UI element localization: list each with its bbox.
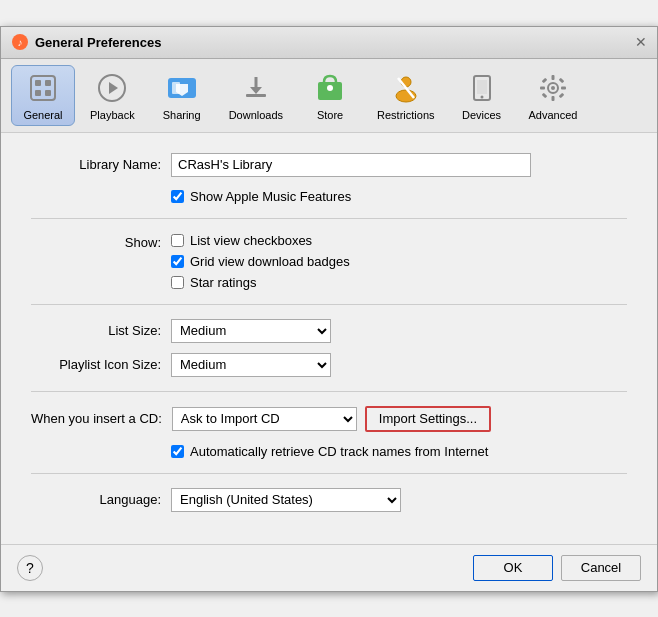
svg-marker-14 <box>250 87 262 94</box>
footer: ? OK Cancel <box>1 544 657 591</box>
svg-rect-2 <box>31 76 55 100</box>
tab-playback[interactable]: Playback <box>79 65 146 126</box>
star-ratings-label: Star ratings <box>190 275 256 290</box>
list-size-label: List Size: <box>31 323 161 338</box>
import-settings-button[interactable]: Import Settings... <box>365 406 491 432</box>
apple-music-row: Show Apple Music Features <box>171 189 627 204</box>
svg-point-24 <box>551 86 555 90</box>
grid-view-label: Grid view download badges <box>190 254 350 269</box>
close-button[interactable]: ✕ <box>635 35 647 49</box>
downloads-icon <box>238 70 274 106</box>
divider-4 <box>31 473 627 474</box>
svg-rect-26 <box>552 96 555 101</box>
tab-sharing[interactable]: Sharing <box>150 65 214 126</box>
footer-left: ? <box>17 555 43 581</box>
tab-devices-label: Devices <box>462 109 501 121</box>
svg-rect-3 <box>35 80 41 86</box>
divider-1 <box>31 218 627 219</box>
apple-music-checkbox[interactable] <box>171 190 184 203</box>
tab-playback-label: Playback <box>90 109 135 121</box>
language-row: Language: English (United States) Englis… <box>31 488 627 512</box>
language-label: Language: <box>31 492 161 507</box>
footer-right: OK Cancel <box>473 555 641 581</box>
devices-icon <box>464 70 500 106</box>
sharing-icon <box>164 70 200 106</box>
advanced-icon <box>535 70 571 106</box>
grid-view-checkbox[interactable] <box>171 255 184 268</box>
svg-rect-4 <box>45 80 51 86</box>
svg-rect-6 <box>45 90 51 96</box>
show-label: Show: <box>31 233 161 250</box>
auto-retrieve-checkbox[interactable] <box>171 445 184 458</box>
svg-text:♪: ♪ <box>18 37 23 48</box>
svg-marker-8 <box>109 82 118 94</box>
content-area: Library Name: Show Apple Music Features … <box>1 133 657 544</box>
library-name-label: Library Name: <box>31 157 161 172</box>
svg-rect-28 <box>561 86 566 89</box>
tab-sharing-label: Sharing <box>163 109 201 121</box>
svg-rect-25 <box>552 75 555 80</box>
cd-insert-row: When you insert a CD: Ask to Import CD I… <box>31 406 627 432</box>
list-view-checkbox[interactable] <box>171 234 184 247</box>
list-size-select[interactable]: Small Medium Large <box>171 319 331 343</box>
show-section: Show: List view checkboxes Grid view dow… <box>31 233 627 290</box>
auto-retrieve-label: Automatically retrieve CD track names fr… <box>190 444 488 459</box>
general-icon <box>25 70 61 106</box>
svg-rect-5 <box>35 90 41 96</box>
svg-point-16 <box>327 85 333 91</box>
title-bar: ♪ General Preferences ✕ <box>1 27 657 59</box>
star-ratings-row: Star ratings <box>171 275 350 290</box>
help-button[interactable]: ? <box>17 555 43 581</box>
playlist-icon-size-row: Playlist Icon Size: Small Medium Large <box>31 353 627 377</box>
svg-rect-12 <box>246 94 266 97</box>
toolbar: General Playback Sharing <box>1 59 657 133</box>
playlist-icon-size-select[interactable]: Small Medium Large <box>171 353 331 377</box>
grid-view-row: Grid view download badges <box>171 254 350 269</box>
cd-label: When you insert a CD: <box>31 411 162 426</box>
window-title: General Preferences <box>35 35 161 50</box>
list-size-row: List Size: Small Medium Large <box>31 319 627 343</box>
tab-devices[interactable]: Devices <box>450 65 514 126</box>
svg-rect-29 <box>542 77 548 83</box>
library-name-row: Library Name: <box>31 153 627 177</box>
ok-button[interactable]: OK <box>473 555 553 581</box>
divider-2 <box>31 304 627 305</box>
svg-rect-27 <box>540 86 545 89</box>
svg-rect-11 <box>172 82 180 94</box>
language-select[interactable]: English (United States) English (UK) Esp… <box>171 488 401 512</box>
svg-rect-32 <box>559 92 565 98</box>
tab-general-label: General <box>23 109 62 121</box>
tab-advanced-label: Advanced <box>529 109 578 121</box>
divider-3 <box>31 391 627 392</box>
tab-restrictions[interactable]: Restrictions <box>366 65 445 126</box>
tab-store[interactable]: Store <box>298 65 362 126</box>
apple-music-label: Show Apple Music Features <box>190 189 351 204</box>
list-view-row: List view checkboxes <box>171 233 350 248</box>
svg-rect-31 <box>542 92 548 98</box>
tab-advanced[interactable]: Advanced <box>518 65 589 126</box>
show-options: List view checkboxes Grid view download … <box>171 233 350 290</box>
preferences-window: ♪ General Preferences ✕ General <box>0 26 658 592</box>
tab-store-label: Store <box>317 109 343 121</box>
library-name-input[interactable] <box>171 153 531 177</box>
tab-restrictions-label: Restrictions <box>377 109 434 121</box>
tab-downloads-label: Downloads <box>229 109 283 121</box>
restrictions-icon <box>388 70 424 106</box>
playback-icon <box>94 70 130 106</box>
cancel-button[interactable]: Cancel <box>561 555 641 581</box>
store-icon <box>312 70 348 106</box>
app-icon: ♪ <box>11 33 29 51</box>
cd-select[interactable]: Ask to Import CD Import CD Import CD and… <box>172 407 357 431</box>
tab-downloads[interactable]: Downloads <box>218 65 294 126</box>
auto-retrieve-row: Automatically retrieve CD track names fr… <box>171 444 627 459</box>
list-view-label: List view checkboxes <box>190 233 312 248</box>
svg-rect-21 <box>477 80 487 94</box>
svg-point-22 <box>480 95 483 98</box>
svg-rect-30 <box>559 77 565 83</box>
tab-general[interactable]: General <box>11 65 75 126</box>
playlist-icon-size-label: Playlist Icon Size: <box>31 357 161 372</box>
star-ratings-checkbox[interactable] <box>171 276 184 289</box>
